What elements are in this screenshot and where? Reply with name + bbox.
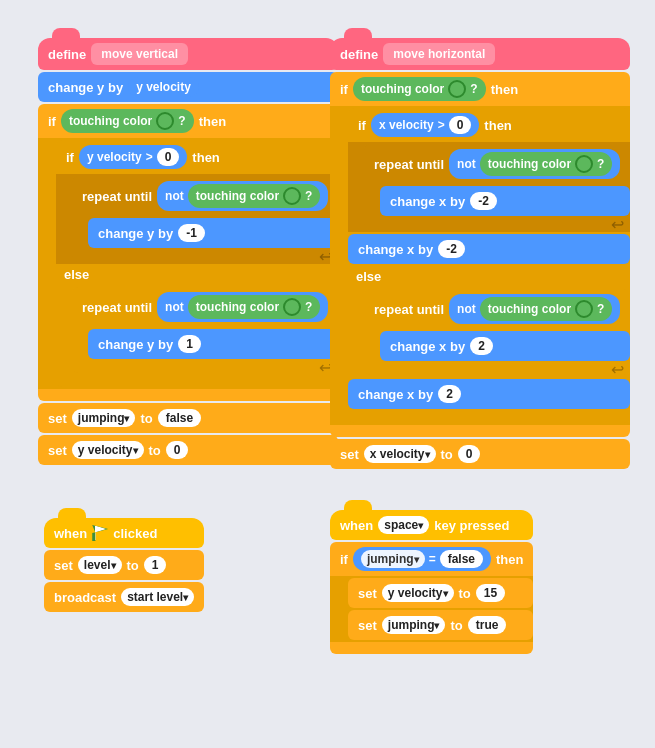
repeat-until-right-block-1[interactable]: repeat until not touching color ? — [364, 144, 630, 184]
set-x-velocity-0[interactable]: set x velocity to 0 — [330, 439, 630, 469]
touching-color-3[interactable]: touching color ? — [188, 295, 321, 319]
canvas: define move vertical change y by y veloc… — [0, 0, 655, 748]
x-velocity-dropdown[interactable]: x velocity — [364, 445, 436, 463]
repeat-until-right-else: repeat until not touching color ? — [348, 287, 630, 377]
move-horizontal-label: move horizontal — [383, 43, 495, 65]
change-y-by-block[interactable]: change y by y velocity — [38, 72, 338, 102]
repeat-until-else-1: repeat until not touching color ? — [56, 285, 338, 375]
when-space-key-hat[interactable]: when space key pressed — [330, 510, 533, 540]
color-circle-1[interactable] — [156, 112, 174, 130]
when-flag-clicked-hat[interactable]: when clicked — [44, 518, 204, 548]
color-circle-2[interactable] — [283, 187, 301, 205]
level-dropdown[interactable]: level — [78, 556, 122, 574]
set-y-vel-15[interactable]: set y velocity to 15 — [348, 578, 533, 608]
if-jumping-outer: if jumping = false then set y velocity t… — [330, 542, 533, 654]
jumping-equals-false[interactable]: jumping = false — [353, 547, 491, 571]
if-jumping-inner: set y velocity to 15 set jumping to true — [330, 576, 533, 642]
color-circle-3[interactable] — [283, 298, 301, 316]
change-x-neg2-1[interactable]: change x by -2 — [380, 186, 630, 216]
if-touching-footer — [38, 389, 338, 401]
left-script: define move vertical change y by y veloc… — [38, 38, 338, 465]
define-label-2: define — [340, 47, 378, 62]
color-circle-right-3[interactable] — [575, 300, 593, 318]
not-touching-2[interactable]: not touching color ? — [157, 292, 328, 322]
repeat-until-block-2[interactable]: repeat until not touching color ? — [72, 287, 338, 327]
if-y-velocity-footer — [56, 375, 338, 387]
if-touching-color-header[interactable]: if touching color ? then — [38, 104, 338, 138]
if-y-velocity-header[interactable]: if y velocity > 0 then — [56, 140, 338, 174]
define-move-vertical[interactable]: define move vertical — [38, 38, 338, 70]
not-touching-1[interactable]: not touching color ? — [157, 181, 328, 211]
broadcast-start-level[interactable]: broadcast start level — [44, 582, 204, 612]
touching-color-right-2[interactable]: touching color ? — [480, 152, 613, 176]
x-velocity-gt-0[interactable]: x velocity > 0 — [371, 113, 479, 137]
if-touching-right-header[interactable]: if touching color ? then — [330, 72, 630, 106]
space-key-dropdown[interactable]: space — [378, 516, 429, 534]
else-label-1: else — [56, 264, 338, 285]
change-x-neg2-2[interactable]: change x by -2 — [348, 234, 630, 264]
define-move-horizontal[interactable]: define move horizontal — [330, 38, 630, 70]
change-x-pos2-2[interactable]: change x by 2 — [348, 379, 630, 409]
y-velocity-dropdown-2[interactable]: y velocity — [382, 584, 454, 602]
touching-color-bool-1[interactable]: touching color ? — [61, 109, 194, 133]
y-velocity-dropdown-1[interactable]: y velocity — [72, 441, 144, 459]
start-level-dropdown[interactable]: start level — [121, 588, 194, 606]
not-touching-right-2[interactable]: not touching color ? — [449, 294, 620, 324]
set-jumping-true[interactable]: set jumping to true — [348, 610, 533, 640]
jumping-dropdown-3[interactable]: jumping — [382, 616, 446, 634]
if-jumping-header[interactable]: if jumping = false then — [330, 542, 533, 576]
set-jumping-false[interactable]: set jumping to false — [38, 403, 338, 433]
set-y-velocity-0[interactable]: set y velocity to 0 — [38, 435, 338, 465]
touching-color-right[interactable]: touching color ? — [353, 77, 486, 101]
else-label-right: else — [348, 266, 630, 287]
change-y-neg1[interactable]: change y by -1 — [88, 218, 338, 248]
if-jumping-footer — [330, 642, 533, 654]
if-x-velocity-header[interactable]: if x velocity > 0 then — [348, 108, 630, 142]
right-script: define move horizontal if touching color… — [330, 38, 630, 469]
repeat-until-right-block-2[interactable]: repeat until not touching color ? — [364, 289, 630, 329]
flag-icon — [92, 525, 108, 541]
svg-marker-1 — [97, 526, 106, 532]
y-velocity-reporter[interactable]: y velocity — [128, 77, 199, 97]
repeat-until-block-1[interactable]: repeat until not touching color ? — [72, 176, 338, 216]
set-level-1[interactable]: set level to 1 — [44, 550, 204, 580]
jumping-dropdown-2[interactable]: jumping — [361, 550, 425, 568]
when-clicked-script: when clicked set level to 1 broadcast st… — [44, 518, 204, 612]
if-x-velocity-outer: if x velocity > 0 then repeat until — [348, 108, 630, 423]
if-y-velocity-outer: if y velocity > 0 then repeat until — [56, 140, 338, 387]
change-y-pos1[interactable]: change y by 1 — [88, 329, 338, 359]
y-velocity-gt-0[interactable]: y velocity > 0 — [79, 145, 187, 169]
change-x-pos2-1[interactable]: change x by 2 — [380, 331, 630, 361]
when-space-script: when space key pressed if jumping = fals… — [330, 510, 533, 654]
if-touching-right-footer — [330, 425, 630, 437]
jumping-dropdown-1[interactable]: jumping — [72, 409, 136, 427]
svg-rect-0 — [95, 526, 97, 540]
not-touching-right-1[interactable]: not touching color ? — [449, 149, 620, 179]
touching-color-right-3[interactable]: touching color ? — [480, 297, 613, 321]
color-circle-right-1[interactable] — [448, 80, 466, 98]
if-x-vel-footer — [348, 411, 630, 423]
define-label: define — [48, 47, 86, 62]
touching-color-2[interactable]: touching color ? — [188, 184, 321, 208]
repeat-until-right-1: repeat until not touching color ? — [348, 142, 630, 232]
if-x-vel-inner: if x velocity > 0 then repeat until — [330, 106, 630, 425]
color-circle-right-2[interactable] — [575, 155, 593, 173]
if-touching-color-outer: if touching color ? then if y velocity > — [38, 104, 338, 401]
repeat-until-inner-1: repeat until not touching color ? — [56, 174, 338, 264]
move-vertical-label: move vertical — [91, 43, 188, 65]
if-touching-right-outer: if touching color ? then if x velocity > — [330, 72, 630, 437]
